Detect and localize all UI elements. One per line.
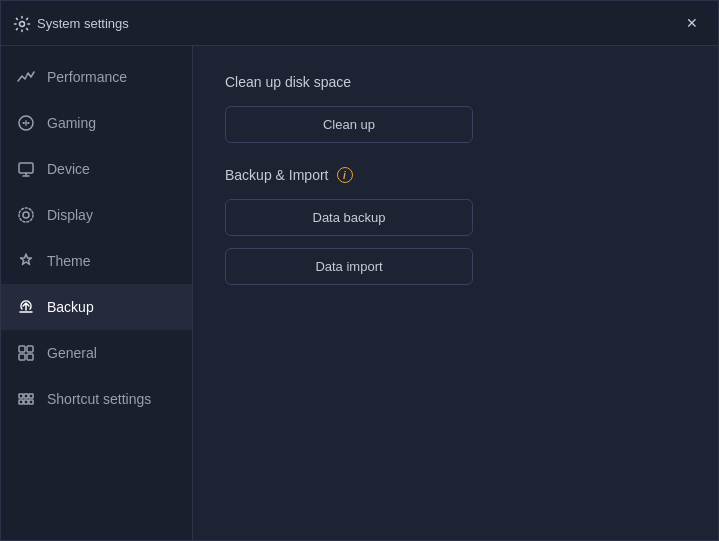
theme-icon (17, 252, 35, 270)
shortcut-icon (17, 390, 35, 408)
gaming-icon (17, 114, 35, 132)
data-backup-button[interactable]: Data backup (225, 199, 473, 236)
svg-rect-16 (29, 400, 33, 404)
settings-icon (13, 15, 29, 31)
performance-icon (17, 68, 35, 86)
titlebar-left: System settings (13, 15, 129, 31)
svg-rect-8 (27, 346, 33, 352)
sidebar-item-gaming[interactable]: Gaming (1, 100, 192, 146)
svg-rect-12 (24, 394, 28, 398)
system-settings-window: System settings ✕ Performance (0, 0, 719, 541)
sidebar-label-shortcut-settings: Shortcut settings (47, 391, 151, 407)
backup-section-title: Backup & Import (225, 167, 329, 183)
svg-rect-7 (19, 346, 25, 352)
sidebar-item-general[interactable]: General (1, 330, 192, 376)
svg-rect-4 (19, 163, 33, 173)
sidebar-label-display: Display (47, 207, 93, 223)
svg-rect-10 (27, 354, 33, 360)
svg-point-0 (20, 22, 25, 27)
svg-point-5 (23, 212, 29, 218)
cleanup-section-title: Clean up disk space (225, 74, 686, 90)
main-layout: Performance Gaming (1, 46, 718, 540)
sidebar-item-backup[interactable]: Backup (1, 284, 192, 330)
backup-icon (17, 298, 35, 316)
device-icon (17, 160, 35, 178)
svg-point-6 (19, 208, 33, 222)
sidebar-label-theme: Theme (47, 253, 91, 269)
main-content-area: Clean up disk space Clean up Backup & Im… (193, 46, 718, 540)
data-import-button[interactable]: Data import (225, 248, 473, 285)
sidebar-item-theme[interactable]: Theme (1, 238, 192, 284)
sidebar-label-general: General (47, 345, 97, 361)
svg-rect-14 (19, 400, 23, 404)
sidebar-item-display[interactable]: Display (1, 192, 192, 238)
sidebar-label-performance: Performance (47, 69, 127, 85)
info-icon[interactable]: i (337, 167, 353, 183)
sidebar-label-backup: Backup (47, 299, 94, 315)
display-icon (17, 206, 35, 224)
sidebar-item-device[interactable]: Device (1, 146, 192, 192)
general-icon (17, 344, 35, 362)
window-title: System settings (37, 16, 129, 31)
svg-rect-15 (24, 400, 28, 404)
titlebar: System settings ✕ (1, 1, 718, 46)
cleanup-button[interactable]: Clean up (225, 106, 473, 143)
svg-rect-11 (19, 394, 23, 398)
close-button[interactable]: ✕ (678, 9, 706, 37)
sidebar-label-device: Device (47, 161, 90, 177)
backup-section-header: Backup & Import i (225, 167, 686, 183)
sidebar-item-performance[interactable]: Performance (1, 54, 192, 100)
svg-rect-13 (29, 394, 33, 398)
sidebar: Performance Gaming (1, 46, 193, 540)
sidebar-label-gaming: Gaming (47, 115, 96, 131)
svg-rect-9 (19, 354, 25, 360)
sidebar-item-shortcut-settings[interactable]: Shortcut settings (1, 376, 192, 422)
